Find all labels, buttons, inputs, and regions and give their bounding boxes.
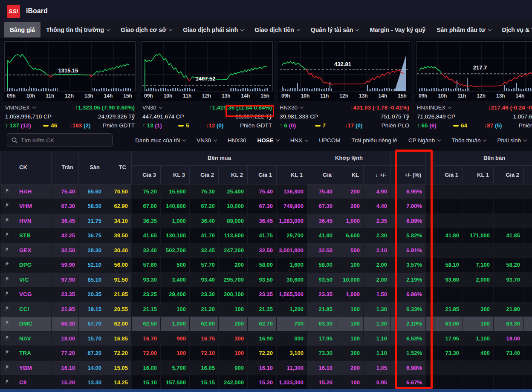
buy-price2[interactable]: 16.05 [190, 360, 219, 375]
sell-vol2[interactable] [524, 287, 532, 302]
reference-price[interactable]: 30.40 [105, 243, 132, 258]
stock-row-GEX[interactable]: GEX32.5028.3030.4032.40502,70032.45247,2… [0, 243, 532, 258]
buy-price1[interactable]: 15.20 [248, 375, 277, 390]
matched-price[interactable]: 23.35 [307, 287, 336, 302]
sell-price1[interactable] [434, 184, 463, 199]
buy-price1[interactable]: 16.10 [248, 360, 277, 375]
sell-price1[interactable] [434, 213, 463, 228]
buy-price3[interactable]: 21.15 [132, 302, 161, 317]
buy-price1[interactable]: 58.00 [248, 258, 277, 273]
pin-icon[interactable] [4, 291, 9, 296]
buy-price3[interactable]: 75.20 [132, 184, 161, 199]
col-header-buy-vol3[interactable]: KL 3 [161, 165, 190, 184]
sell-vol1[interactable] [463, 184, 494, 199]
matched-price[interactable]: 93.50 [307, 272, 336, 287]
matched-vol[interactable]: 6,600 [336, 228, 364, 243]
matched-vol[interactable]: 100 [336, 302, 364, 317]
sell-vol1[interactable]: 300 [463, 302, 494, 317]
stock-row-NAV[interactable]: NAV18.0015.7016.8516.7090016.7530016.903… [0, 331, 532, 346]
ceiling-price[interactable]: 75.40 [52, 184, 79, 199]
change-pct[interactable]: 2.19% [391, 272, 426, 287]
buy-price2[interactable]: 32.45 [190, 243, 219, 258]
pin-icon[interactable] [4, 320, 9, 326]
col-header-ck[interactable]: CK [13, 151, 52, 184]
ceiling-price[interactable]: 77.20 [52, 346, 79, 361]
matched-vol[interactable]: 100 [336, 317, 364, 331]
market-tab[interactable]: VN30 [191, 137, 222, 144]
sell-price2[interactable] [494, 199, 524, 214]
sell-vol1[interactable]: 1,100 [463, 331, 494, 346]
floor-price[interactable]: 52.10 [79, 258, 105, 273]
ceiling-price[interactable]: 32.50 [52, 243, 79, 258]
market-tab[interactable]: Phái sinh [492, 137, 532, 144]
buy-vol2[interactable]: 300 [219, 331, 248, 346]
sell-vol2[interactable] [524, 199, 532, 214]
matched-vol[interactable]: 200 [336, 199, 364, 214]
ticker-symbol[interactable]: TRA [13, 346, 52, 361]
sell-vol1[interactable]: 2,000 [463, 272, 494, 287]
ticker-symbol[interactable]: VIC [13, 272, 52, 287]
change-pct[interactable]: 3.57% [391, 258, 426, 273]
sell-vol2[interactable]: 12,000 [524, 258, 532, 273]
change-pct[interactable]: 6.91% [391, 243, 426, 258]
buy-price1[interactable]: 21.35 [248, 302, 277, 317]
sell-vol1[interactable] [463, 213, 494, 228]
pin-icon[interactable] [4, 203, 9, 208]
pin-icon[interactable] [4, 232, 9, 237]
buy-vol2[interactable]: 247,200 [219, 243, 248, 258]
buy-price3[interactable]: 32.40 [132, 243, 161, 258]
buy-vol1[interactable]: 700 [277, 317, 307, 331]
buy-price2[interactable]: 21.20 [190, 302, 219, 317]
sell-vol1[interactable] [463, 375, 494, 390]
buy-vol2[interactable]: 200 [219, 258, 248, 273]
buy-price2[interactable]: 41.70 [190, 228, 219, 243]
col-header-change[interactable]: ↓ +/- [364, 165, 391, 184]
floor-price[interactable]: 20.35 [79, 287, 105, 302]
sell-price1[interactable]: 41.80 [434, 228, 463, 243]
buy-vol2[interactable]: 200,100 [219, 287, 248, 302]
nav-item[interactable]: Quản lý tài sản [305, 22, 364, 37]
change-pct[interactable]: 7.00% [391, 199, 426, 214]
col-header-ceiling[interactable]: Trần [52, 151, 79, 184]
change[interactable]: 2.35 [364, 213, 391, 228]
nav-item[interactable]: Giao dịch phái sinh [177, 22, 249, 37]
ticker-symbol[interactable]: VCG [13, 287, 52, 302]
change-pct[interactable]: 6.53% [391, 331, 426, 346]
index-name-dropdown[interactable]: HNXINDEX [417, 104, 451, 111]
reference-price[interactable]: 34.10 [105, 213, 132, 228]
matched-vol[interactable]: 1,000 [336, 287, 364, 302]
buy-vol3[interactable]: 15,500 [161, 184, 190, 199]
stock-row-HAH[interactable]: HAH75.4065.6070.5075.2015,50075.3025,400… [0, 184, 532, 199]
sell-price1[interactable] [434, 360, 463, 375]
stock-row-STB[interactable]: STB42.2536.7539.5041.65130,10041.70113,6… [0, 228, 532, 243]
buy-price1[interactable]: 41.75 [248, 228, 277, 243]
buy-price2[interactable]: 75.30 [190, 184, 219, 199]
buy-vol1[interactable]: 3,001,800 [277, 243, 307, 258]
ticker-symbol[interactable]: STB [13, 228, 52, 243]
buy-vol1[interactable]: 29,700 [277, 228, 307, 243]
reference-price[interactable]: 15.05 [105, 360, 132, 375]
buy-vol2[interactable]: 100 [219, 302, 248, 317]
buy-price2[interactable]: 57.70 [190, 258, 219, 273]
matched-price[interactable]: 32.50 [307, 243, 336, 258]
market-tab[interactable]: CP Ngành [403, 137, 446, 144]
sell-price2[interactable] [494, 243, 524, 258]
ticker-symbol[interactable]: VHM [13, 199, 52, 214]
buy-vol1[interactable]: 30,600 [277, 272, 307, 287]
col-header-floor[interactable]: Sàn [79, 151, 105, 184]
matched-vol[interactable]: 200 [336, 184, 364, 199]
buy-vol2[interactable]: 113,600 [219, 228, 248, 243]
matched-price[interactable]: 17.95 [307, 331, 336, 346]
buy-price2[interactable]: 23.30 [190, 287, 219, 302]
floor-price[interactable]: 36.75 [79, 228, 105, 243]
sell-price2[interactable] [494, 287, 524, 302]
buy-price3[interactable]: 36.35 [132, 213, 161, 228]
col-header-matched-price[interactable]: Giá [307, 165, 336, 184]
ticker-symbol[interactable]: CII [13, 375, 52, 390]
col-header-buy-price1[interactable]: Giá 1 [248, 165, 277, 184]
sell-price1[interactable] [434, 287, 463, 302]
change[interactable]: 4.40 [364, 199, 391, 214]
change[interactable]: 2.10 [364, 243, 391, 258]
buy-price2[interactable]: 67.20 [190, 199, 219, 214]
nav-item[interactable]: Sản phẩm đầu tư [431, 22, 496, 37]
